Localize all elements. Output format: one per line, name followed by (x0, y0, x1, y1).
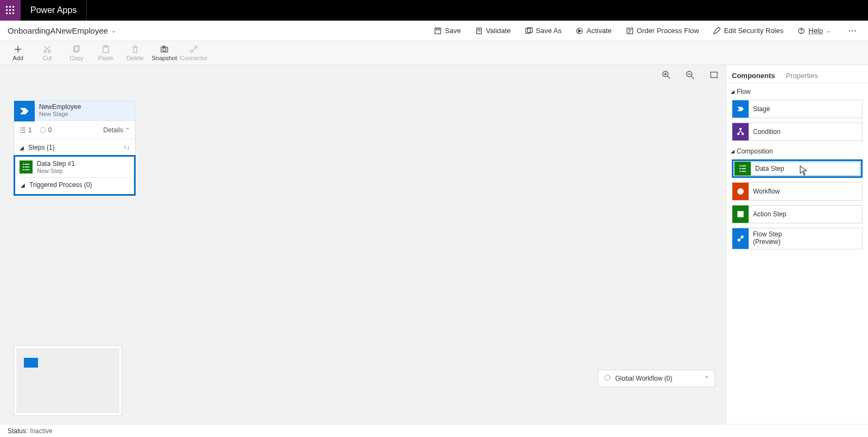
svg-point-18 (44, 50, 46, 53)
svg-point-36 (740, 128, 742, 130)
svg-point-34 (738, 133, 739, 135)
group-composition-header[interactable]: ◢ Composition (726, 143, 868, 157)
component-data-step[interactable]: Data Step (732, 159, 863, 178)
svg-point-25 (163, 48, 166, 51)
triangle-collapse-icon: ◢ (731, 89, 735, 94)
canvas-view-controls (662, 70, 718, 81)
app-launcher-button[interactable] (0, 0, 21, 21)
save-icon (434, 27, 442, 35)
validate-button[interactable]: Validate (475, 27, 511, 35)
paste-button[interactable]: Paste (91, 41, 120, 65)
stage-card[interactable]: NewEmployee New Stage 1 0 Details (14, 100, 136, 196)
canvas[interactable]: NewEmployee New Stage 1 0 Details (0, 65, 726, 424)
steps-section-header[interactable]: ◢ Steps (1) ↑↓ (14, 139, 135, 156)
waffle-icon (6, 6, 15, 15)
component-action-step[interactable]: Action Step (732, 205, 863, 223)
fit-screen-button[interactable] (710, 70, 718, 81)
data-step-icon (735, 162, 751, 176)
component-flow-step[interactable]: Flow Step (Preview) (732, 228, 863, 249)
component-workflow[interactable]: Workflow (732, 182, 863, 201)
activate-button[interactable]: Activate (576, 27, 611, 35)
order-process-flow-button[interactable]: Order Process Flow (626, 27, 699, 35)
document-title-dropdown[interactable]: OnboardingANewEmployee ⌄ (8, 26, 116, 35)
component-condition[interactable]: Condition (732, 123, 863, 141)
status-value: Inactive (30, 427, 52, 435)
right-panel-tabs: Components Properties (726, 65, 868, 83)
details-toggle[interactable]: Details ⌃ (103, 126, 130, 134)
tab-components[interactable]: Components (732, 72, 775, 83)
pencil-icon (713, 27, 720, 35)
order-icon (626, 27, 634, 35)
svg-rect-9 (435, 28, 441, 34)
connector-button[interactable]: Connector (179, 41, 208, 65)
svg-rect-26 (163, 46, 165, 47)
data-step-icon (20, 160, 33, 173)
stage-title-block: NewEmployee New Stage (35, 101, 85, 120)
connector-icon (189, 45, 198, 54)
action-step-icon (732, 205, 749, 223)
edit-toolbar: Add Cut Copy Paste Delete Snapshot Conne… (0, 41, 868, 65)
zoom-in-button[interactable] (662, 70, 671, 81)
zoom-out-button[interactable] (686, 70, 694, 81)
chevron-down-icon: ⌄ (111, 27, 116, 34)
data-step-row[interactable]: Data Step #1 New Step (15, 157, 134, 177)
global-workflow-tray[interactable]: Global Workflow (0) ⌃ (598, 370, 715, 387)
stage-icon (14, 101, 35, 121)
edit-security-roles-button[interactable]: Edit Security Roles (713, 27, 783, 35)
zoom-in-icon (662, 70, 671, 79)
stage-icon (732, 100, 749, 118)
spinner-icon (604, 374, 611, 383)
data-step-text: Data Step #1 New Step (37, 160, 75, 174)
svg-rect-7 (9, 12, 11, 14)
svg-rect-5 (12, 9, 14, 11)
chevron-up-icon: ⌃ (704, 375, 709, 382)
help-button[interactable]: Help ⌄ (797, 27, 831, 35)
save-as-icon (525, 27, 533, 35)
camera-icon (160, 45, 169, 54)
more-commands-button[interactable]: ⋯ (845, 25, 860, 36)
save-button[interactable]: Save (434, 27, 461, 35)
triangle-collapse-icon: ◢ (21, 182, 25, 188)
document-title-text: OnboardingANewEmployee (8, 26, 108, 35)
group-flow-header[interactable]: ◢ Flow (726, 83, 868, 98)
paste-icon (101, 45, 110, 54)
triangle-collapse-icon: ◢ (20, 145, 24, 151)
delete-button[interactable]: Delete (120, 41, 150, 65)
snapshot-button[interactable]: Snapshot (150, 41, 179, 65)
svg-point-17 (801, 33, 802, 33)
svg-rect-31 (711, 72, 717, 78)
minimap-viewport (16, 348, 119, 413)
copy-icon (72, 45, 81, 54)
command-right-group: Save Validate Save As Activate Order Pro… (434, 25, 860, 36)
list-icon (20, 127, 26, 133)
minimap-stage-chip (24, 358, 38, 368)
fit-screen-icon (710, 70, 718, 79)
triggered-process-row[interactable]: ◢ Triggered Process (0) (15, 178, 134, 194)
right-panel: Components Properties ◢ Flow Stage Condi… (726, 65, 868, 424)
stage-header[interactable]: NewEmployee New Stage (14, 100, 136, 121)
copy-button[interactable]: Copy (62, 41, 91, 65)
component-stage[interactable]: Stage (732, 100, 863, 118)
save-as-button[interactable]: Save As (525, 27, 562, 35)
minimap[interactable] (14, 345, 122, 416)
condition-icon (732, 123, 749, 140)
top-bar: Power Apps (0, 0, 868, 21)
stage-subtitle: New Stage (39, 111, 81, 117)
cut-button[interactable]: Cut (33, 41, 62, 65)
reorder-arrows[interactable]: ↑↓ (123, 144, 130, 151)
svg-rect-0 (6, 6, 8, 8)
svg-rect-4 (9, 9, 11, 11)
activate-icon (576, 27, 583, 35)
selected-steps-block: Data Step #1 New Step ◢ Triggered Proces… (14, 155, 136, 196)
add-button[interactable]: Add (3, 41, 33, 65)
flow-step-icon (732, 228, 749, 249)
chevron-up-icon: ⌃ (125, 127, 130, 133)
trash-icon (131, 45, 139, 54)
tab-properties[interactable]: Properties (786, 72, 818, 83)
steps-count-chip: 1 (20, 126, 32, 134)
svg-rect-8 (12, 12, 14, 14)
main-area: NewEmployee New Stage 1 0 Details (0, 65, 868, 424)
plus-icon (14, 45, 22, 54)
svg-point-37 (738, 189, 744, 195)
svg-rect-3 (6, 9, 8, 11)
